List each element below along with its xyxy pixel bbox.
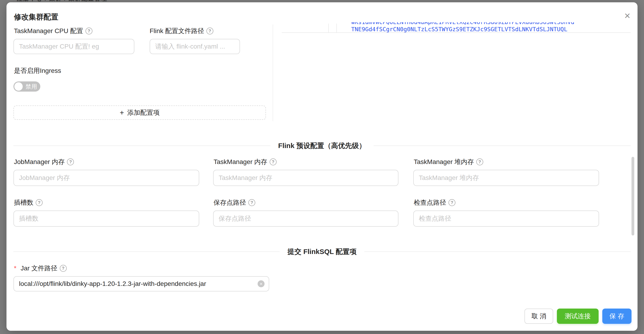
jobmanager-memory-label: JobManager 内存 ? <box>14 158 74 166</box>
checkpoint-path-input[interactable] <box>413 210 599 227</box>
checkpoint-path-label: 检查点路径 ? <box>414 198 456 207</box>
cancel-button[interactable]: 取 消 <box>524 309 553 324</box>
jobmanager-memory-input[interactable] <box>14 170 199 186</box>
taskmanager-heap-input[interactable] <box>413 170 599 186</box>
slots-label: 插槽数 ? <box>14 198 42 207</box>
modal-backdrop: 注册中心 / 集群 / 集群配置管理 修改集群配置 × TaskManager … <box>0 0 644 334</box>
taskmanager-cpu-label: TaskManager CPU 配置 ? <box>14 27 92 35</box>
savepoint-path-label: 保存点路径 ? <box>214 198 255 207</box>
jar-path-label: * Jar 文件路径 ? <box>14 264 67 273</box>
help-icon[interactable]: ? <box>476 159 483 166</box>
ingress-label: 是否启用Ingress <box>14 67 61 75</box>
help-icon[interactable]: ? <box>448 199 456 206</box>
flink-conf-path-label: Flink 配置文件路径 ? <box>150 27 213 35</box>
jar-path-input[interactable] <box>14 277 258 291</box>
modal-title: 修改集群配置 <box>14 12 58 22</box>
save-button[interactable]: 保 存 <box>602 309 632 324</box>
close-icon[interactable]: × <box>621 9 634 22</box>
submit-section-title: 提交 FlinkSQL 配置项 <box>280 247 364 257</box>
jar-path-field: × <box>14 276 269 292</box>
column-divider <box>273 24 273 121</box>
clear-input-icon[interactable]: × <box>258 280 264 287</box>
plus-icon: + <box>120 109 124 117</box>
preset-section-title: Flink 预设配置（高优先级） <box>270 141 374 151</box>
help-icon[interactable]: ? <box>86 27 92 34</box>
required-asterisk: * <box>14 265 16 272</box>
test-connection-button[interactable]: 测试连接 <box>557 309 598 324</box>
clipped-config-table-row: wKs1dmVWcPQ0ELNTH0d4bApRE1PRVEtXQ2C4OrRS… <box>282 22 630 33</box>
taskmanager-heap-label: TaskManager 堆内存 ? <box>414 158 483 166</box>
help-icon[interactable]: ? <box>270 159 276 166</box>
help-icon[interactable]: ? <box>206 27 213 34</box>
table-cell-border <box>336 24 337 32</box>
taskmanager-cpu-input[interactable] <box>14 39 134 54</box>
edit-cluster-config-modal: 修改集群配置 × TaskManager CPU 配置 ? Flink 配置文件… <box>6 2 638 331</box>
slots-input[interactable] <box>14 210 199 227</box>
table-cell-border <box>328 24 329 32</box>
toggle-knob <box>14 82 23 91</box>
taskmanager-memory-input[interactable] <box>213 170 398 186</box>
toggle-state-text: 禁用 <box>26 81 37 92</box>
kubeconfig-clipped-text: wKs1dmVWcPQ0ELNTH0d4bApRE1PRVEtXQ2C4OrRS… <box>351 22 574 33</box>
flink-conf-path-input[interactable] <box>150 39 240 54</box>
preset-section-divider: Flink 预设配置（高优先级） <box>14 141 630 151</box>
submit-section-divider: 提交 FlinkSQL 配置项 <box>14 247 630 257</box>
add-config-item-label: 添加配置项 <box>127 108 160 117</box>
help-icon[interactable]: ? <box>67 159 74 166</box>
help-icon[interactable]: ? <box>60 265 67 272</box>
savepoint-path-input[interactable] <box>213 210 398 227</box>
ingress-toggle[interactable]: 禁用 <box>14 81 40 92</box>
help-icon[interactable]: ? <box>36 199 42 206</box>
help-icon[interactable]: ? <box>248 199 255 206</box>
add-config-item-button[interactable]: + 添加配置项 <box>14 106 266 120</box>
taskmanager-memory-label: TaskManager 内存 ? <box>214 158 276 166</box>
modal-scrollbar-thumb[interactable] <box>632 157 634 235</box>
